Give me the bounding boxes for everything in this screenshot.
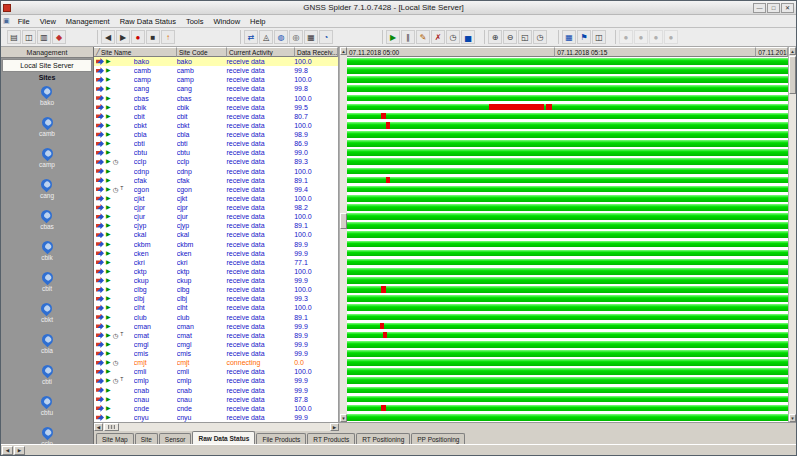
copy-button[interactable]: ▥ bbox=[37, 30, 51, 44]
table-row[interactable]: ▶cjurcjurreceive data100.0 bbox=[94, 212, 338, 221]
delete-button[interactable]: ✗ bbox=[431, 30, 445, 44]
table-row[interactable]: ▶cjktcjktreceive data100.0 bbox=[94, 194, 338, 203]
timeline-row[interactable] bbox=[347, 75, 788, 84]
menu-view[interactable]: View bbox=[35, 17, 61, 26]
stop-button[interactable]: ■ bbox=[146, 30, 160, 44]
timeline-row[interactable] bbox=[347, 413, 788, 422]
column-header-site-code[interactable]: Site Code bbox=[177, 47, 227, 57]
scroll-left-button[interactable]: ◀ bbox=[94, 423, 103, 431]
table-row[interactable]: ▶cndecndereceive data100.0 bbox=[94, 404, 338, 413]
report-button[interactable]: ▦ bbox=[562, 30, 576, 44]
forward-button[interactable]: ▶ bbox=[116, 30, 130, 44]
timeline-row[interactable] bbox=[347, 185, 788, 194]
tab-rt-positioning[interactable]: RT Positioning bbox=[356, 433, 410, 444]
table-row[interactable]: ▶cjypcjypreceive data89.1 bbox=[94, 221, 338, 230]
timeline-row[interactable] bbox=[347, 386, 788, 395]
timeline-vertical-scrollbar[interactable]: ▲ ▼ bbox=[788, 47, 796, 422]
table-row[interactable]: ▶bakobakoreceive data100.0 bbox=[94, 57, 338, 66]
timeline-row[interactable] bbox=[347, 395, 788, 404]
timeline-row[interactable] bbox=[347, 349, 788, 358]
menu-raw-data-status[interactable]: Raw Data Status bbox=[115, 17, 181, 26]
table-row[interactable]: ▶ckalckalreceive data100.0 bbox=[94, 230, 338, 239]
table-row[interactable]: ▶clbjclbjreceive data99.3 bbox=[94, 294, 338, 303]
timeline-row[interactable] bbox=[347, 313, 788, 322]
table-row[interactable]: ▶campcampreceive data100.0 bbox=[94, 75, 338, 84]
start-sites-button[interactable]: ▶ bbox=[386, 30, 400, 44]
sidebar-site-cbik[interactable]: cbik bbox=[41, 238, 53, 269]
scroll-up-button[interactable]: ▲ bbox=[789, 47, 796, 55]
timeline-row[interactable] bbox=[347, 404, 788, 413]
table-row[interactable]: ▶cblacblareceive data98.9 bbox=[94, 130, 338, 139]
scroll-track[interactable] bbox=[340, 55, 347, 414]
scroll-track[interactable] bbox=[103, 423, 330, 431]
timeline-row[interactable] bbox=[347, 249, 788, 258]
tab-file-products[interactable]: File Products bbox=[256, 433, 306, 444]
timeline-row[interactable] bbox=[347, 376, 788, 385]
table-row[interactable]: ▶cbktcbktreceive data100.0 bbox=[94, 121, 338, 130]
tab-sensor[interactable]: Sensor bbox=[159, 433, 192, 444]
connect-sites-button[interactable]: ⇄ bbox=[244, 30, 258, 44]
table-row[interactable]: ▶cnabcnabreceive data99.9 bbox=[94, 386, 338, 395]
timeline-row[interactable] bbox=[347, 112, 788, 121]
timeline-row[interactable] bbox=[347, 267, 788, 276]
timeline-row[interactable] bbox=[347, 148, 788, 157]
record-button[interactable]: ● bbox=[131, 30, 145, 44]
tab-site[interactable]: Site bbox=[135, 433, 158, 444]
column-header-data-receiv-[interactable]: Data Receiv... bbox=[295, 47, 338, 57]
timeline-row[interactable] bbox=[347, 57, 788, 66]
layout-button[interactable]: ◫ bbox=[592, 30, 606, 44]
minimize-button[interactable]: — bbox=[753, 3, 766, 13]
antenna-button[interactable]: ◬ bbox=[259, 30, 273, 44]
table-vertical-scrollbar[interactable]: ▲ ▼ bbox=[339, 47, 347, 422]
tab-pp-positioning[interactable]: PP Positioning bbox=[411, 433, 465, 444]
timeline-row[interactable] bbox=[347, 322, 788, 331]
scroll-thumb[interactable] bbox=[789, 56, 796, 94]
table-row[interactable]: ▶ckbmckbmreceive data89.9 bbox=[94, 240, 338, 249]
menu-window[interactable]: Window bbox=[208, 17, 245, 26]
timeline-row[interactable] bbox=[347, 176, 788, 185]
timeline-row[interactable] bbox=[347, 221, 788, 230]
table-row[interactable]: ▶cktpcktpreceive data100.0 bbox=[94, 267, 338, 276]
tab-scroll-left-button[interactable]: ◀ bbox=[2, 446, 13, 455]
tab-scroll-right-button[interactable]: ▶ bbox=[14, 446, 25, 455]
sidebar-site-cbla[interactable]: cbla bbox=[41, 331, 53, 362]
timeline-row[interactable] bbox=[347, 66, 788, 75]
satellite-button[interactable]: ◍ bbox=[274, 30, 288, 44]
sidebar-site-cbti[interactable]: cbti bbox=[42, 362, 53, 393]
table-row[interactable]: ▶◷cclpcclpreceive data89.3 bbox=[94, 157, 338, 166]
edit-button[interactable]: ✎ bbox=[416, 30, 430, 44]
table-row[interactable]: ▶◷Tcmatcmatreceive data89.9 bbox=[94, 331, 338, 340]
sidebar-site-camb[interactable]: camb bbox=[39, 114, 55, 145]
table-row[interactable]: ▶cbascbasreceive data100.0 bbox=[94, 94, 338, 103]
close-button[interactable]: ✕ bbox=[781, 3, 794, 13]
pause-sites-button[interactable]: ∥ bbox=[401, 30, 415, 44]
clock-sync-button[interactable]: ◷ bbox=[446, 30, 460, 44]
tab-site-map[interactable]: Site Map bbox=[96, 433, 134, 444]
sidebar-site-cclp[interactable]: cclp bbox=[41, 424, 53, 444]
hscroll-thumb[interactable] bbox=[104, 423, 119, 431]
table-row[interactable]: ▶cbikcbikreceive data99.5 bbox=[94, 103, 338, 112]
table-row[interactable]: ▶cnaucnaureceive data87.8 bbox=[94, 395, 338, 404]
table-row[interactable]: ▶cbtucbtureceive data99.0 bbox=[94, 148, 338, 157]
scroll-right-button[interactable]: ▶ bbox=[330, 423, 339, 431]
table-row[interactable]: ▶cangcangreceive data99.8 bbox=[94, 84, 338, 93]
sidebar-site-cbtu[interactable]: cbtu bbox=[41, 393, 53, 424]
timeline-row[interactable] bbox=[347, 358, 788, 367]
timeline-row[interactable] bbox=[347, 294, 788, 303]
table-row[interactable]: ▶◷cmjtcmjtconnecting0.0 bbox=[94, 358, 338, 367]
sidebar-site-camp[interactable]: camp bbox=[39, 145, 55, 176]
upload-button[interactable]: ↑ bbox=[161, 30, 175, 44]
time-range-button[interactable]: ◷ bbox=[533, 30, 547, 44]
sidebar-site-cang[interactable]: cang bbox=[40, 176, 54, 207]
timeline-row[interactable] bbox=[347, 340, 788, 349]
table-row[interactable]: ▶cnyucnyureceive data99.9 bbox=[94, 413, 338, 422]
timeline-row[interactable] bbox=[347, 84, 788, 93]
table-row[interactable]: ▶ckenckenreceive data99.9 bbox=[94, 249, 338, 258]
table-row[interactable]: ▶cdnpcdnpreceive data100.0 bbox=[94, 167, 338, 176]
timeline-row[interactable] bbox=[347, 230, 788, 239]
table-row[interactable]: ▶◷Tcmlpcmlpreceive data99.9 bbox=[94, 376, 338, 385]
scroll-track[interactable] bbox=[789, 55, 796, 414]
timeline-row[interactable] bbox=[347, 203, 788, 212]
timeline-row[interactable] bbox=[347, 240, 788, 249]
timeline-row[interactable] bbox=[347, 194, 788, 203]
